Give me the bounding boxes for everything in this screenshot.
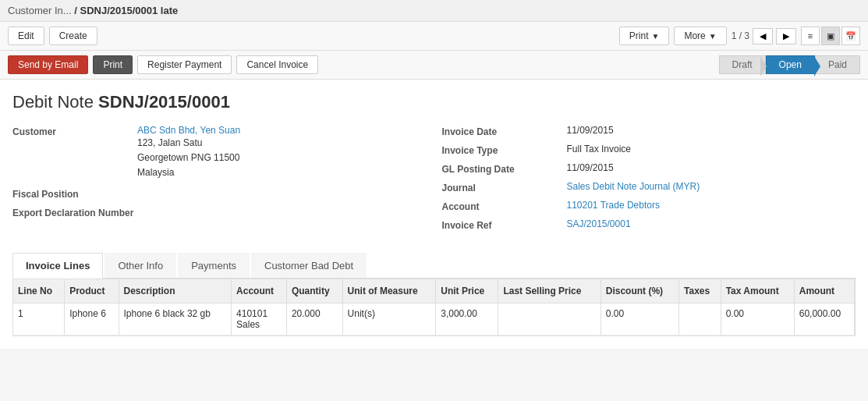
invoice-date-row: Invoice Date 11/09/2015: [442, 125, 856, 137]
breadcrumb-separator: /: [74, 5, 77, 16]
form-right: Invoice Date 11/09/2015 Invoice Type Ful…: [442, 125, 856, 237]
customer-label: Customer: [12, 125, 137, 137]
customer-value: ABC Sdn Bhd, Yen Suan 123, Jalan Satu Ge…: [137, 125, 240, 181]
status-open[interactable]: Open: [766, 55, 815, 74]
gl-posting-date-label: GL Posting Date: [442, 162, 567, 175]
account-link[interactable]: 110201 Trade Debtors: [567, 200, 660, 211]
breadcrumb-parent[interactable]: Customer In...: [8, 5, 72, 16]
form-view-icon[interactable]: ▣: [821, 27, 840, 45]
journal-row: Journal Sales Debit Note Journal (MYR): [442, 181, 856, 193]
print-label: Print: [629, 30, 649, 41]
more-label: More: [684, 30, 705, 41]
address-line1: 123, Jalan Satu: [137, 136, 240, 151]
cell-taxes: [679, 303, 721, 335]
toolbar: Edit Create Print ▼ More ▼ 1 / 3 ◀ ▶ ≡ ▣…: [0, 22, 868, 51]
send-email-button[interactable]: Send by Email: [8, 55, 88, 74]
document-title: Debit Note SDNJ/2015/0001: [12, 92, 856, 112]
export-declaration-label: Export Declaration Number: [12, 206, 137, 218]
cell-description: Iphone 6 black 32 gb: [119, 303, 232, 335]
col-account: Account: [232, 279, 287, 303]
cell-discount: 0.00: [601, 303, 678, 335]
invoice-ref-label: Invoice Ref: [442, 218, 567, 231]
cell-amount: 60,000.00: [794, 303, 854, 335]
gl-posting-date-value: 11/09/2015: [567, 162, 614, 173]
account-label: Account: [442, 200, 567, 212]
col-unit-of-measure: Unit of Measure: [342, 279, 436, 303]
account-row: Account 110201 Trade Debtors: [442, 200, 856, 212]
doc-title-number: SDNJ/2015/0001: [98, 92, 230, 112]
cell-last_selling_price: [498, 303, 601, 335]
cell-tax_amount: 0.00: [721, 303, 794, 335]
more-arrow-icon: ▼: [709, 32, 717, 41]
doc-title-prefix: Debit Note: [12, 92, 94, 112]
tab-customer-bad-debt[interactable]: Customer Bad Debt: [251, 253, 367, 278]
lines-table: Line No Product Description Account Quan…: [13, 279, 855, 335]
register-payment-button[interactable]: Register Payment: [137, 55, 232, 74]
invoice-type-value: Full Tax Invoice: [567, 144, 631, 154]
page-navigation: 1 / 3 ◀ ▶: [732, 28, 796, 44]
invoice-type-label: Invoice Type: [442, 144, 567, 156]
col-quantity: Quantity: [286, 279, 342, 303]
form-section: Customer ABC Sdn Bhd, Yen Suan 123, Jala…: [12, 125, 856, 237]
address-country: Malaysia: [137, 165, 240, 180]
calendar-view-icon[interactable]: 📅: [841, 27, 860, 45]
cell-quantity: 20.000: [286, 303, 342, 335]
print-action-button[interactable]: Print: [93, 55, 133, 74]
journal-label: Journal: [442, 181, 567, 193]
invoice-date-value: 11/09/2015: [567, 125, 614, 136]
gl-posting-date-row: GL Posting Date 11/09/2015: [442, 162, 856, 175]
table-row[interactable]: 1Iphone 6Iphone 6 black 32 gb410101 Sale…: [13, 303, 855, 335]
col-last-selling-price: Last Selling Price: [498, 279, 601, 303]
table-header-row: Line No Product Description Account Quan…: [13, 279, 855, 303]
cell-account: 410101 Sales: [232, 303, 287, 335]
col-discount: Discount (%): [601, 279, 678, 303]
more-button[interactable]: More ▼: [674, 27, 726, 45]
cell-product: Iphone 6: [65, 303, 119, 335]
status-bar: Draft Open Paid: [719, 55, 860, 74]
col-description: Description: [119, 279, 232, 303]
journal-value: Sales Debit Note Journal (MYR): [567, 181, 700, 192]
address-line2: Georgetown PNG 11500: [137, 151, 240, 165]
cell-unit_of_measure: Unit(s): [342, 303, 436, 335]
col-product: Product: [65, 279, 119, 303]
view-icons: ≡ ▣ 📅: [801, 27, 860, 45]
invoice-ref-value: SAJ/2015/0001: [567, 218, 631, 229]
create-button[interactable]: Create: [49, 27, 97, 45]
invoice-type-row: Invoice Type Full Tax Invoice: [442, 144, 856, 156]
main-content: Debit Note SDNJ/2015/0001 Customer ABC S…: [0, 80, 868, 349]
status-paid[interactable]: Paid: [815, 55, 860, 74]
col-taxes: Taxes: [679, 279, 721, 303]
fiscal-position-row: Fiscal Position: [12, 187, 427, 200]
tabs: Invoice Lines Other Info Payments Custom…: [12, 253, 856, 279]
customer-address: 123, Jalan Satu Georgetown PNG 11500 Mal…: [137, 136, 240, 181]
export-declaration-row: Export Declaration Number: [12, 206, 427, 218]
breadcrumb-current: SDNJ/2015/0001 late: [80, 5, 179, 16]
action-bar: Send by Email Print Register Payment Can…: [0, 51, 868, 80]
tab-other-info[interactable]: Other Info: [105, 253, 176, 278]
breadcrumb: Customer In... / SDNJ/2015/0001 late: [8, 5, 860, 16]
journal-link[interactable]: Sales Debit Note Journal (MYR): [567, 181, 700, 192]
edit-button[interactable]: Edit: [8, 27, 44, 45]
fiscal-position-label: Fiscal Position: [12, 187, 137, 200]
top-bar: Customer In... / SDNJ/2015/0001 late: [0, 0, 868, 22]
invoice-ref-link[interactable]: SAJ/2015/0001: [567, 218, 631, 229]
status-draft[interactable]: Draft: [719, 55, 766, 74]
cell-unit_price: 3,000.00: [436, 303, 498, 335]
invoice-date-label: Invoice Date: [442, 125, 567, 137]
col-tax-amount: Tax Amount: [721, 279, 794, 303]
col-line-no: Line No: [13, 279, 65, 303]
col-unit-price: Unit Price: [436, 279, 498, 303]
prev-page-button[interactable]: ◀: [753, 28, 773, 44]
cancel-invoice-button[interactable]: Cancel Invoice: [236, 55, 318, 74]
invoice-ref-row: Invoice Ref SAJ/2015/0001: [442, 218, 856, 231]
col-amount: Amount: [794, 279, 854, 303]
print-arrow-icon: ▼: [651, 32, 659, 41]
tab-invoice-lines[interactable]: Invoice Lines: [12, 253, 103, 279]
tab-payments[interactable]: Payments: [178, 253, 250, 278]
customer-name[interactable]: ABC Sdn Bhd, Yen Suan: [137, 125, 240, 136]
cell-line_no: 1: [13, 303, 65, 335]
list-view-icon[interactable]: ≡: [801, 27, 820, 45]
account-value: 110201 Trade Debtors: [567, 200, 660, 211]
print-button[interactable]: Print ▼: [619, 27, 670, 45]
next-page-button[interactable]: ▶: [776, 28, 796, 44]
